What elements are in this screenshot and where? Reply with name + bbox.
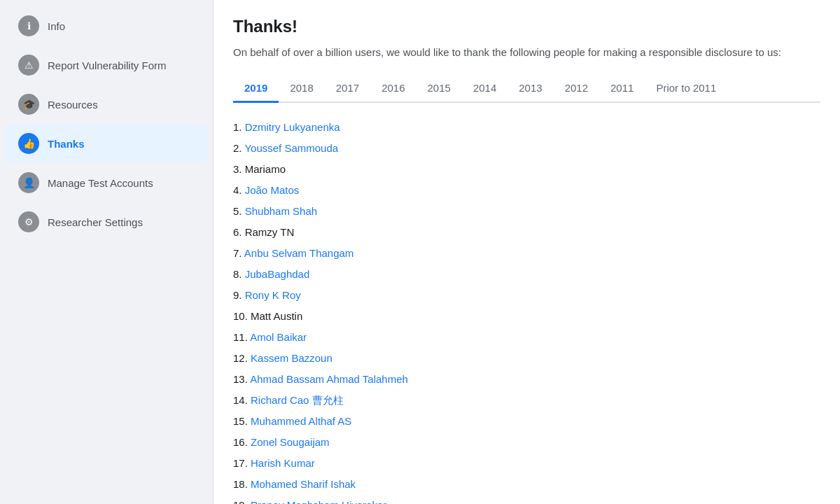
tab-2019[interactable]: 2019 (233, 75, 279, 103)
tab-2013[interactable]: 2013 (507, 75, 553, 103)
tab-prior-to-2011[interactable]: Prior to 2011 (645, 75, 727, 103)
list-item: 9. Rony K Roy (233, 285, 820, 306)
list-item: 15. Muhammed Althaf AS (233, 411, 820, 432)
person-name: Mariamo (245, 163, 286, 175)
list-item: 11. Amol Baikar (233, 327, 820, 348)
main-content: Thanks! On behalf of over a billion user… (214, 0, 840, 504)
person-link[interactable]: Harish Kumar (251, 457, 315, 469)
info-icon: ℹ (18, 15, 39, 36)
sidebar-item-label-researcher-settings: Researcher Settings (48, 216, 143, 228)
person-link[interactable]: Pranav Meghsham Hivarekar (251, 499, 386, 505)
person-link[interactable]: Anbu Selvam Thangam (244, 247, 354, 259)
sidebar-item-label-report-vulnerability-form: Report Vulnerability Form (48, 59, 167, 71)
list-item: 10. Matt Austin (233, 306, 820, 327)
list-item: 1. Dzmitry Lukyanenka (233, 117, 820, 138)
sidebar: ℹInfo⚠Report Vulnerability Form🎓Resource… (0, 0, 214, 504)
list-item: 5. Shubham Shah (233, 201, 820, 222)
person-link[interactable]: Youssef Sammouda (244, 142, 338, 154)
page-description: On behalf of over a billion users, we wo… (233, 45, 820, 61)
person-link[interactable]: Shubham Shah (245, 205, 317, 217)
person-name: Ramzy TN (245, 226, 295, 238)
person-link[interactable]: Zonel Sougaijam (251, 436, 330, 448)
sidebar-item-info[interactable]: ℹInfo (6, 7, 207, 45)
person-link[interactable]: Muhammed Althaf AS (251, 415, 351, 427)
resources-icon: 🎓 (18, 94, 39, 115)
year-tabs: 201920182017201620152014201320122011Prio… (233, 75, 820, 103)
tab-2015[interactable]: 2015 (416, 75, 462, 103)
sidebar-item-label-thanks: Thanks (48, 138, 85, 150)
sidebar-item-label-manage-test-accounts: Manage Test Accounts (48, 177, 153, 189)
list-item: 18. Mohamed Sharif Ishak (233, 474, 820, 495)
sidebar-item-thanks[interactable]: 👍Thanks (6, 125, 207, 162)
manage-test-accounts-icon: 👤 (18, 172, 39, 193)
list-item: 8. JubaBaghdad (233, 264, 820, 285)
person-link[interactable]: Kassem Bazzoun (251, 352, 332, 364)
person-link[interactable]: Mohamed Sharif Ishak (251, 478, 356, 490)
list-item: 19. Pranav Meghsham Hivarekar (233, 495, 820, 505)
sidebar-item-report-vulnerability-form[interactable]: ⚠Report Vulnerability Form (6, 46, 207, 84)
list-item: 7. Anbu Selvam Thangam (233, 243, 820, 264)
sidebar-item-label-info: Info (48, 20, 65, 32)
tab-2012[interactable]: 2012 (554, 75, 599, 103)
list-item: 2. Youssef Sammouda (233, 138, 820, 159)
person-link[interactable]: João Matos (245, 184, 300, 196)
tab-2011[interactable]: 2011 (599, 75, 645, 103)
sidebar-item-resources[interactable]: 🎓Resources (6, 85, 207, 123)
researcher-settings-icon: ⚙ (18, 211, 39, 232)
thanks-icon: 👍 (18, 133, 39, 154)
list-item: 4. João Matos (233, 180, 820, 201)
person-link[interactable]: Rony K Roy (245, 289, 301, 301)
list-item: 14. Richard Cao 曹允柱 (233, 390, 820, 411)
list-item: 12. Kassem Bazzoun (233, 348, 820, 369)
tab-2017[interactable]: 2017 (325, 75, 370, 103)
tab-2018[interactable]: 2018 (279, 75, 324, 103)
person-link[interactable]: Ahmad Bassam Ahmad Talahmeh (250, 373, 408, 385)
sidebar-item-researcher-settings[interactable]: ⚙Researcher Settings (6, 203, 207, 241)
list-item: 6. Ramzy TN (233, 222, 820, 243)
person-link[interactable]: Amol Baikar (250, 331, 307, 343)
tab-2016[interactable]: 2016 (370, 75, 416, 103)
person-link[interactable]: Dzmitry Lukyanenka (245, 121, 340, 133)
tab-2014[interactable]: 2014 (462, 75, 507, 103)
page-title: Thanks! (233, 17, 820, 36)
list-item: 3. Mariamo (233, 159, 820, 180)
sidebar-item-manage-test-accounts[interactable]: 👤Manage Test Accounts (6, 164, 207, 202)
report-vulnerability-form-icon: ⚠ (18, 55, 39, 76)
list-item: 17. Harish Kumar (233, 453, 820, 474)
list-item: 13. Ahmad Bassam Ahmad Talahmeh (233, 369, 820, 390)
person-link[interactable]: JubaBaghdad (245, 268, 310, 280)
sidebar-item-label-resources: Resources (48, 99, 98, 111)
person-link[interactable]: Richard Cao 曹允柱 (251, 394, 344, 406)
thanks-list: 1. Dzmitry Lukyanenka2. Youssef Sammouda… (233, 117, 820, 505)
list-item: 16. Zonel Sougaijam (233, 432, 820, 453)
person-name: Matt Austin (251, 310, 302, 322)
